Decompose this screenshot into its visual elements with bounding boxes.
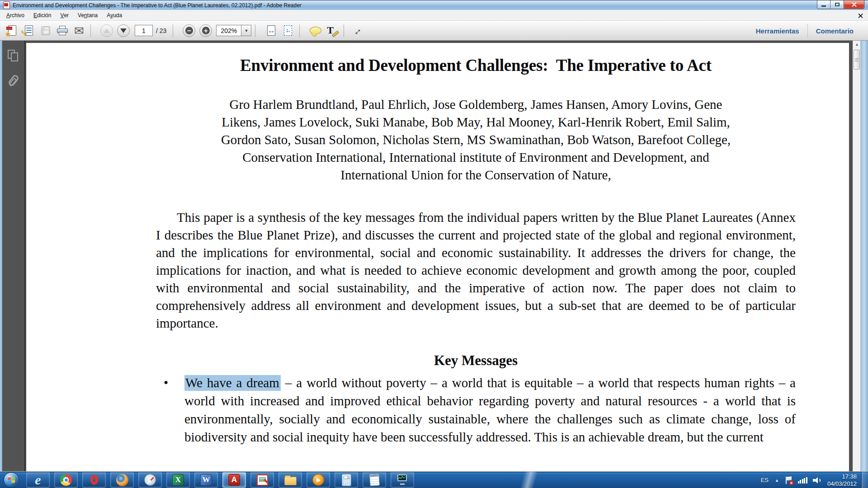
- previous-page-button[interactable]: [99, 23, 114, 38]
- comment-panel-button[interactable]: Comentario: [808, 23, 862, 38]
- zoom-level-value[interactable]: 202%: [216, 25, 241, 36]
- minimize-button[interactable]: [817, 0, 830, 9]
- maximize-icon: [835, 3, 840, 6]
- taskbar-item-calculator[interactable]: 0: [335, 472, 358, 488]
- show-desktop-button[interactable]: [861, 472, 868, 488]
- taskbar-item-picture-manager[interactable]: [250, 472, 274, 488]
- windows-logo-icon: [8, 477, 15, 483]
- window-controls: [817, 0, 864, 9]
- highlight-text-icon: T: [327, 25, 338, 36]
- document-workspace: Environment and Development Challenges: …: [0, 41, 868, 471]
- menu-archivo[interactable]: Archivo: [2, 10, 29, 20]
- scrollbar-thumb[interactable]: [854, 50, 860, 70]
- taskbar-item-resource-monitor[interactable]: [391, 472, 414, 488]
- menu-ayuda[interactable]: Ayuda: [102, 10, 127, 20]
- zoom-out-button[interactable]: −: [181, 23, 197, 38]
- author-line: Gordon Sato, Susan Solomon, Nicholas Ste…: [156, 131, 796, 149]
- paperclip-icon: [7, 74, 19, 87]
- page-count-label: / 23: [156, 27, 166, 34]
- zoom-in-button[interactable]: +: [198, 23, 213, 38]
- close-icon: [852, 2, 857, 7]
- bullet-icon: •: [164, 374, 168, 392]
- media-player-icon: ▶: [312, 474, 324, 486]
- create-pdf-button[interactable]: ★: [5, 23, 20, 38]
- toolbar-view-group: ↔ ↔↔: [259, 23, 296, 38]
- taskbar-item-media-player[interactable]: ▶: [307, 472, 330, 488]
- window-titlebar[interactable]: Environment and Development Challenges -…: [0, 0, 868, 10]
- menu-label: Ve: [78, 12, 84, 19]
- email-button[interactable]: ✉: [71, 23, 87, 38]
- export-pdf-icon: ↪: [25, 25, 33, 36]
- attachments-button[interactable]: [5, 71, 22, 89]
- scroll-mode-button[interactable]: ↔: [264, 23, 279, 38]
- next-page-button[interactable]: [116, 23, 131, 38]
- email-icon: ✉: [74, 25, 84, 37]
- taskbar-item-explorer-folder[interactable]: [278, 472, 302, 488]
- excel-icon: X: [172, 474, 184, 486]
- zoom-in-icon: +: [199, 24, 212, 37]
- pdf-page: Environment and Development Challenges: …: [26, 43, 849, 471]
- fit-page-button[interactable]: ↔↔: [280, 23, 296, 38]
- window-title: Environment and Development Challenges -…: [13, 2, 302, 9]
- taskbar-item-opera[interactable]: [82, 472, 106, 488]
- menu-ver[interactable]: Ver: [56, 10, 73, 20]
- menu-edicion[interactable]: Edición: [29, 10, 56, 20]
- scroll-up-button[interactable]: ▲: [853, 41, 861, 48]
- taskbar-item-word[interactable]: W: [194, 472, 218, 488]
- taskbar-item-excel[interactable]: X: [166, 472, 190, 488]
- taskbar-item-internet-explorer[interactable]: e: [26, 472, 50, 488]
- document-paragraph: This paper is a synthesis of the key mes…: [156, 209, 796, 332]
- tools-panel-button[interactable]: Herramientas: [748, 23, 807, 38]
- toolbar-zoom-group: − + 202% ▼: [177, 23, 251, 38]
- taskbar-item-firefox[interactable]: [110, 472, 134, 488]
- calculator-icon: 0: [342, 474, 351, 486]
- vertical-scrollbar[interactable]: ▲: [853, 41, 860, 471]
- hidden-icons-chevron-icon[interactable]: ▲: [775, 478, 779, 483]
- print-icon: [57, 26, 68, 36]
- close-icon: [858, 14, 863, 19]
- start-button[interactable]: [4, 472, 19, 488]
- zoom-level-dropdown[interactable]: ▼: [241, 25, 251, 36]
- taskbar-item-notepad[interactable]: [363, 472, 386, 488]
- menu-label: er: [64, 12, 69, 19]
- menu-bar: Archivo Edición Ver Ventana Ayuda: [0, 10, 868, 21]
- action-center-flag-icon[interactable]: x: [785, 476, 793, 484]
- maximize-button[interactable]: [830, 0, 844, 9]
- fit-page-icon: ↔↔: [284, 25, 292, 36]
- close-window-button[interactable]: [844, 0, 864, 9]
- taskbar-item-adobe-reader[interactable]: A: [222, 472, 246, 488]
- highlight-text-button[interactable]: T: [325, 23, 340, 38]
- author-line: Conservation International, Internationa…: [156, 149, 796, 166]
- export-pdf-button[interactable]: ↪: [21, 23, 37, 38]
- fullscreen-button[interactable]: ↔: [349, 23, 364, 38]
- toolbar-separator: [344, 24, 344, 37]
- sticky-note-button[interactable]: [308, 23, 323, 38]
- language-indicator[interactable]: ES: [761, 477, 769, 483]
- toolbar: ★ ↪ ✉ / 23 − + 202% ▼ ↔: [0, 21, 868, 41]
- save-icon: [41, 26, 50, 35]
- taskbar-item-chrome[interactable]: [54, 472, 78, 488]
- taskbar-item-safari[interactable]: [138, 472, 162, 488]
- clock[interactable]: 17:38 04/03/2012: [827, 473, 857, 488]
- network-signal-icon[interactable]: [798, 477, 807, 483]
- selected-text[interactable]: We have a dream: [184, 375, 281, 391]
- save-button[interactable]: [38, 23, 53, 38]
- menu-label: V: [60, 12, 64, 19]
- volume-icon[interactable]: [813, 477, 821, 484]
- taskbar: e X W A ▶ 0 ES ▲ x: [0, 471, 868, 488]
- menubar-close-button[interactable]: [857, 13, 863, 19]
- page-thumbnails-button[interactable]: [5, 47, 22, 65]
- toolbar-separator: [299, 24, 300, 37]
- page-number-input[interactable]: [135, 25, 153, 36]
- menu-label: rchivo: [10, 12, 24, 19]
- document-title: Environment and Development Challenges: …: [156, 56, 796, 75]
- menu-label: dición: [37, 12, 51, 19]
- menu-label: uda: [113, 12, 122, 19]
- pdf-file-icon: [3, 1, 10, 9]
- folder-icon: [284, 477, 297, 485]
- print-button[interactable]: [55, 23, 70, 38]
- scroll-up-icon: ▲: [855, 42, 859, 47]
- chrome-icon: [60, 474, 72, 486]
- safari-icon: [144, 474, 156, 486]
- menu-ventana[interactable]: Ventana: [73, 10, 102, 20]
